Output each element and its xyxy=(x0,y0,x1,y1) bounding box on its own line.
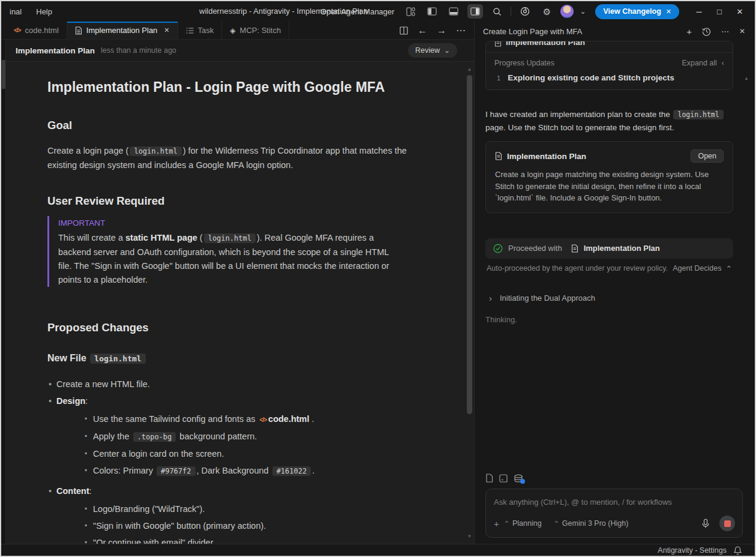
thinking-status: Thinking. xyxy=(485,315,733,324)
more-actions-icon[interactable]: ⋯ xyxy=(456,26,466,35)
conversation-title: Create Login Page with MFA xyxy=(483,27,582,36)
notifications-bell-icon[interactable] xyxy=(734,546,742,555)
list-item: Use the same Tailwind config and fonts a… xyxy=(83,412,411,427)
menu-item-terminal[interactable]: inal xyxy=(5,5,26,18)
document-scrollbar[interactable]: ▲ ▼ xyxy=(465,62,474,544)
list-item: Content: Logo/Branding ("WildTrack"). "S… xyxy=(47,484,411,544)
notification-dot xyxy=(520,479,525,484)
implementation-plan-card: Implementation Plan Open Create a login … xyxy=(485,141,733,213)
scrollbar-thumb[interactable] xyxy=(467,75,472,414)
code-file-icon: </> xyxy=(260,417,266,423)
mode-selector[interactable]: ⌃ Planning xyxy=(504,519,542,528)
scroll-up-icon[interactable]: ▲ xyxy=(465,67,474,72)
review-chevron-icon: ⌄ xyxy=(444,46,450,55)
terminal-icon[interactable] xyxy=(499,474,508,483)
review-button[interactable]: Review ⌄ xyxy=(408,43,457,58)
progress-updates-label: Progress Updates xyxy=(494,59,554,67)
attach-file-icon[interactable] xyxy=(485,474,493,483)
toggle-right-panel-icon[interactable] xyxy=(467,4,483,19)
chat-input-box: + ⌃ Planning ⌃ Gemini 3 Pro (High) xyxy=(485,489,743,538)
inline-code: #9767f2 xyxy=(157,466,196,476)
view-changelog-button[interactable]: View Changelog ✕ xyxy=(595,4,679,19)
settings-status-item[interactable]: Antigravity - Settings xyxy=(658,546,727,555)
search-icon[interactable] xyxy=(489,4,505,19)
step-number: 1 xyxy=(497,74,500,82)
proposed-changes-heading: Proposed Changes xyxy=(47,321,411,334)
expand-all-button[interactable]: Expand all ‹ xyxy=(682,59,724,67)
dual-approach-collapsible[interactable]: › Initiating the Dual Approach xyxy=(485,293,733,303)
proceeded-label: Proceeded with xyxy=(508,244,562,253)
panel-scroll-up-icon[interactable]: ▲ xyxy=(744,76,749,81)
tab-bar: </> code.html Implementation Plan ✕ Task… xyxy=(1,22,474,40)
plan-card-title: Implementation Plan xyxy=(507,152,586,161)
history-icon[interactable] xyxy=(702,27,711,36)
settings-gear-icon[interactable]: ⚙ xyxy=(539,4,554,19)
new-conversation-icon[interactable]: + xyxy=(686,27,692,36)
split-editor-icon[interactable] xyxy=(400,26,408,35)
close-panel-icon[interactable]: ✕ xyxy=(739,28,745,35)
caret-up-icon: ⌃ xyxy=(504,520,509,528)
user-review-heading: User Review Required xyxy=(47,194,411,208)
toggle-left-panel-icon[interactable] xyxy=(424,4,440,19)
tab-mcp-stitch[interactable]: ◈ MCP: Stitch xyxy=(222,22,289,39)
stop-button[interactable] xyxy=(719,516,735,531)
status-bar: Antigravity - Settings xyxy=(1,544,755,556)
tab-code-html[interactable]: </> code.html xyxy=(6,22,67,39)
minimize-button[interactable]: ─ xyxy=(689,4,709,19)
tab-implementation-plan[interactable]: Implementation Plan ✕ xyxy=(67,22,178,39)
expand-chevron-icon: ‹ xyxy=(722,59,724,67)
caret-up-icon: ⌃ xyxy=(554,520,559,528)
agent-decides-dropdown[interactable]: Agent Decides ⌃ xyxy=(673,264,732,273)
list-item: Logo/Branding ("WildTrack"). xyxy=(83,502,411,516)
list-item: Design: Use the same Tailwind config and… xyxy=(47,394,411,478)
dismiss-changelog-icon[interactable]: ✕ xyxy=(666,8,671,16)
plan-card-description: Create a login page matching the existin… xyxy=(495,169,724,204)
open-plan-button[interactable]: Open xyxy=(691,149,724,163)
plan-artifact-row[interactable]: Implementation Plan xyxy=(486,41,733,53)
important-callout: IMPORTANT This will create a static HTML… xyxy=(47,216,400,287)
tab-task[interactable]: Task xyxy=(178,22,223,39)
account-chevron-icon[interactable]: ⌄ xyxy=(580,7,586,16)
knowledge-base-icon[interactable] xyxy=(514,474,523,483)
maximize-button[interactable]: □ xyxy=(709,4,730,19)
agent-panel: Create Login Page with MFA + ⋯ ✕ ▲ Imple… xyxy=(474,22,755,544)
close-window-button[interactable]: ✕ xyxy=(730,4,750,19)
agent-message: I have created an implementation plan to… xyxy=(485,108,728,134)
user-avatar[interactable] xyxy=(560,5,574,18)
browser-icon[interactable] xyxy=(517,4,533,19)
inline-code: login.html xyxy=(673,110,723,119)
list-item: Create a new HTML file. xyxy=(47,378,411,391)
chat-input[interactable] xyxy=(494,498,735,507)
proceeded-banner[interactable]: Proceeded with Implementation Plan xyxy=(485,238,733,259)
inline-code: login.html xyxy=(90,354,145,364)
document-title: Implementation Plan xyxy=(16,46,95,55)
document-icon xyxy=(75,26,82,35)
navigate-forward-icon[interactable]: → xyxy=(437,26,446,35)
model-selector[interactable]: ⌃ Gemini 3 Pro (High) xyxy=(554,519,629,528)
scroll-down-icon[interactable]: ▼ xyxy=(465,534,474,539)
stop-square-icon xyxy=(724,520,731,527)
important-label: IMPORTANT xyxy=(58,216,400,230)
menu-item-help[interactable]: Help xyxy=(31,5,57,18)
list-item: Colors: Primary #9767f2, Dark Background… xyxy=(83,464,411,478)
check-circle-icon xyxy=(493,244,503,253)
document-icon xyxy=(495,152,502,160)
customize-layout-icon[interactable] xyxy=(403,4,418,19)
list-item: "Sign in with Google" button (primary ac… xyxy=(83,519,411,533)
chevron-right-icon: › xyxy=(489,293,492,303)
left-gutter xyxy=(1,40,6,544)
step-title: Exploring existing code and Stitch proje… xyxy=(508,73,674,82)
progress-step[interactable]: 1 Exploring existing code and Stitch pro… xyxy=(486,68,733,89)
menubar: inal Help xyxy=(1,5,57,18)
gutter-scroll-thumb[interactable] xyxy=(2,60,5,89)
navigate-back-icon[interactable]: ← xyxy=(418,26,427,35)
microphone-icon[interactable] xyxy=(701,519,710,529)
add-context-icon[interactable]: + xyxy=(494,519,499,528)
plan-heading: Implementation Plan - Login Page with Go… xyxy=(47,80,411,94)
panel-more-icon[interactable]: ⋯ xyxy=(721,28,729,35)
inline-code: login.html xyxy=(204,233,256,243)
conversation-scroll: ▲ Implementation Plan Progress Updates E… xyxy=(475,41,755,474)
document-icon xyxy=(571,244,578,253)
toggle-bottom-panel-icon[interactable] xyxy=(446,4,461,19)
close-tab-icon[interactable]: ✕ xyxy=(164,26,169,34)
